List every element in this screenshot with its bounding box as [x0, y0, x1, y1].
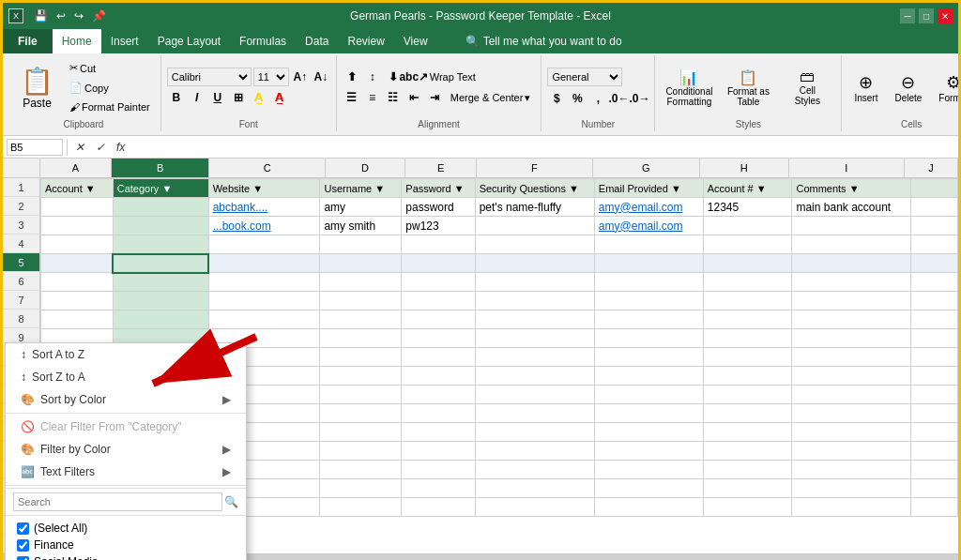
cell-styles-button[interactable]: 🗃 CellStyles — [779, 67, 835, 108]
increase-decimal-button[interactable]: .0→ — [630, 89, 648, 108]
col-header-e[interactable]: E — [405, 159, 477, 177]
row-8[interactable]: 8 — [3, 310, 39, 328]
menu-formulas[interactable]: Formulas — [230, 29, 296, 53]
cell-e1[interactable]: Password ▼ — [402, 179, 475, 198]
cell-a2[interactable] — [41, 198, 114, 217]
delete-cell-button[interactable]: ⊖ Delete — [888, 69, 928, 106]
align-center-button[interactable]: ≡ — [363, 88, 382, 107]
cell-i2[interactable]: main bank account — [792, 198, 910, 217]
save-button[interactable]: 💾 — [31, 8, 51, 23]
confirm-button[interactable]: ✓ — [92, 141, 109, 154]
col-header-d[interactable]: D — [326, 159, 405, 177]
merge-center-button[interactable]: Merge & Center ▾ — [446, 88, 536, 107]
cell-j1[interactable] — [910, 179, 957, 198]
align-left-button[interactable]: ☰ — [343, 88, 361, 107]
col-header-j[interactable]: J — [905, 159, 958, 177]
comma-button[interactable]: , — [588, 89, 607, 108]
filter-dropdown[interactable]: ↕ Sort A to Z ↕ Sort Z to A 🎨 Sort by Co… — [5, 342, 247, 560]
insert-cell-button[interactable]: ⊕ Insert — [847, 69, 884, 106]
cell-c3[interactable]: ...book.com — [208, 217, 320, 235]
decrease-font-button[interactable]: A↓ — [312, 68, 330, 86]
name-box[interactable] — [7, 139, 63, 156]
col-header-a[interactable]: A — [40, 159, 112, 177]
col-header-b[interactable]: B — [112, 159, 209, 177]
cell-j3[interactable] — [910, 217, 957, 235]
maximize-button[interactable]: □ — [919, 8, 934, 23]
align-top-button[interactable]: ⬆ — [343, 68, 361, 86]
italic-button[interactable]: I — [188, 88, 206, 107]
angle-text-button[interactable]: abc↗ — [404, 68, 423, 86]
row-4[interactable]: 4 — [3, 235, 39, 253]
cell-a3[interactable] — [41, 217, 114, 235]
wrap-text-button[interactable]: Wrap Text — [425, 68, 480, 86]
row-6[interactable]: 6 — [3, 272, 39, 291]
link-facebook[interactable]: ...book.com — [213, 219, 271, 233]
cell-a5[interactable] — [41, 254, 114, 273]
font-size-select[interactable]: 11 — [253, 68, 289, 86]
cell-c2[interactable]: abcbank.... — [208, 198, 320, 217]
cell-g2[interactable]: amy@email.com — [594, 198, 703, 217]
bold-button[interactable]: B — [167, 88, 186, 107]
close-button[interactable]: ✕ — [938, 8, 953, 23]
minimize-button[interactable]: ─ — [900, 8, 915, 23]
sort-a-to-z-item[interactable]: ↕ Sort A to Z — [6, 343, 246, 366]
link-email2[interactable]: amy@email.com — [599, 219, 683, 233]
cell-a1[interactable]: Account ▼ — [41, 179, 114, 198]
cell-a4[interactable] — [41, 235, 114, 254]
cell-b1[interactable]: Category ▼ — [113, 179, 208, 198]
row-1[interactable]: 1 — [3, 178, 39, 197]
text-filters-item[interactable]: 🔤 Text Filters ▶ — [6, 461, 246, 483]
cell-i3[interactable] — [792, 217, 910, 235]
insert-function-button[interactable]: fx — [113, 141, 129, 154]
cell-c1[interactable]: Website ▼ — [208, 179, 320, 198]
menu-home[interactable]: Home — [53, 29, 101, 53]
check-finance[interactable]: Finance — [17, 537, 235, 553]
cell-g3[interactable]: amy@email.com — [594, 217, 703, 235]
check-select-all[interactable]: (Select All) — [17, 520, 235, 537]
formula-input[interactable] — [132, 141, 954, 154]
format-painter-button[interactable]: 🖌 Format Painter — [65, 98, 155, 115]
cell-j2[interactable] — [910, 198, 957, 217]
number-format-select[interactable]: General — [547, 68, 622, 86]
sort-by-color-item[interactable]: 🎨 Sort by Color ▶ — [6, 388, 246, 411]
pin-button[interactable]: 📌 — [89, 8, 109, 23]
cell-d2[interactable]: amy — [320, 198, 402, 217]
row-5[interactable]: 5 — [3, 253, 39, 272]
cell-g1[interactable]: Email Provided ▼ — [594, 179, 703, 198]
font-name-select[interactable]: Calibri — [167, 68, 252, 86]
check-social-media[interactable]: Social Media — [17, 553, 235, 560]
col-header-h[interactable]: H — [700, 159, 789, 177]
cell-h2[interactable]: 12345 — [703, 198, 792, 217]
cell-f3[interactable] — [475, 217, 594, 235]
percent-button[interactable]: % — [568, 89, 587, 108]
cell-e2[interactable]: password — [402, 198, 475, 217]
dropdown-search-input[interactable] — [13, 492, 222, 511]
checkbox-select-all[interactable] — [17, 522, 29, 535]
checkbox-finance[interactable] — [17, 539, 29, 552]
border-button[interactable]: ⊞ — [229, 88, 248, 107]
col-header-c[interactable]: C — [209, 159, 325, 177]
cell-h3[interactable] — [703, 217, 792, 235]
menu-view[interactable]: View — [394, 29, 437, 53]
cell-b2[interactable] — [113, 198, 208, 217]
decrease-indent-button[interactable]: ⇤ — [404, 88, 423, 107]
function-button[interactable]: ✕ — [71, 141, 88, 154]
cell-i1[interactable]: Comments ▼ — [792, 179, 910, 198]
align-middle-button[interactable]: ↕ — [363, 68, 382, 86]
paste-button[interactable]: 📋 Paste — [12, 61, 62, 114]
redo-button[interactable]: ↪ — [71, 8, 86, 23]
undo-button[interactable]: ↩ — [53, 8, 69, 23]
row-2[interactable]: 2 — [3, 197, 39, 216]
fill-color-button[interactable]: A̲ — [250, 88, 268, 107]
sort-z-to-a-item[interactable]: ↕ Sort Z to A — [6, 366, 246, 388]
format-table-button[interactable]: 📋 Format asTable — [720, 67, 776, 109]
checkbox-social-media[interactable] — [17, 556, 29, 561]
menu-page-layout[interactable]: Page Layout — [148, 29, 230, 53]
cell-f1[interactable]: Security Questions ▼ — [475, 179, 594, 198]
cell-d3[interactable]: amy smith — [320, 217, 402, 235]
menu-review[interactable]: Review — [338, 29, 393, 53]
cell-f2[interactable]: pet's name-fluffy — [475, 198, 594, 217]
copy-button[interactable]: 📄 Copy — [65, 79, 155, 97]
increase-indent-button[interactable]: ⇥ — [425, 88, 444, 107]
row-7[interactable]: 7 — [3, 291, 39, 310]
